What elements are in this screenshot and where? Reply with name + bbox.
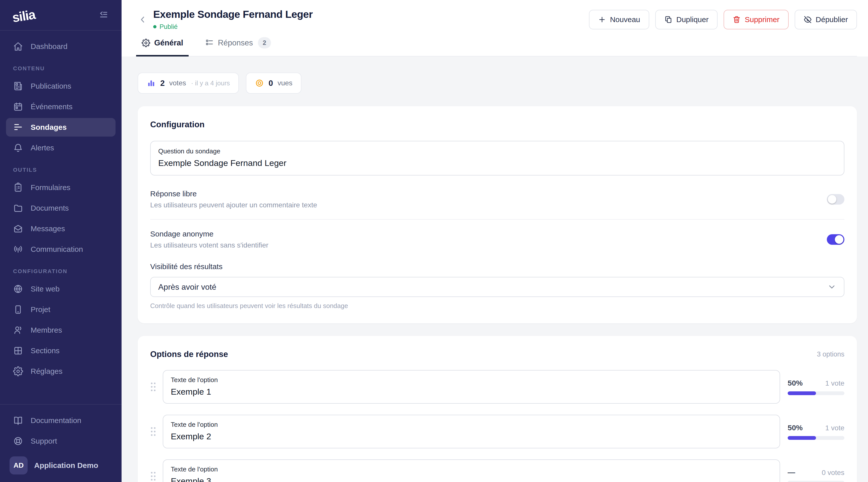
book-icon	[13, 415, 23, 425]
views-label: vues	[278, 79, 292, 87]
eye-off-icon	[804, 15, 812, 24]
configuration-card: Configuration Question du sondage Exempl…	[137, 106, 857, 323]
option-percent: 50%	[787, 423, 803, 432]
broadcast-icon	[13, 244, 23, 254]
progress-bar	[787, 436, 844, 440]
page-title: Exemple Sondage Fernand Leger	[153, 8, 313, 20]
option-stats: 50% 1 vote	[787, 379, 844, 395]
views-count: 0	[269, 78, 273, 88]
newspaper-icon	[13, 81, 23, 91]
option-text-field[interactable]: Texte de l'option Exemple 3	[163, 459, 780, 482]
sidebar-item-label: Sondages	[31, 123, 67, 132]
delete-button[interactable]: Supprimer	[723, 10, 788, 29]
sidebar-item-label: Documentation	[31, 416, 82, 425]
status-label: Publié	[159, 23, 178, 31]
options-count: 3 options	[817, 350, 844, 358]
sidebar-item-support[interactable]: Support	[6, 432, 116, 450]
duplicate-button-label: Dupliquer	[676, 15, 709, 24]
sidebar-item-label: Communication	[31, 245, 83, 254]
unpublish-button-label: Dépublier	[816, 15, 848, 24]
sidebar-item-formulaires[interactable]: Formulaires	[6, 178, 116, 197]
anonymous-toggle[interactable]	[827, 234, 844, 245]
option-votes: 1 vote	[825, 379, 844, 387]
visibility-label: Visibilité des résultats	[150, 262, 844, 271]
votes-label: votes	[169, 79, 186, 87]
status-badge: Publié	[153, 23, 313, 31]
option-row-1: Texte de l'option Exemple 1 50% 1 vote	[150, 370, 844, 404]
sidebar-item-publications[interactable]: Publications	[6, 77, 116, 95]
sidebar-item-documentation[interactable]: Documentation	[6, 411, 116, 430]
sidebar-item-evenements[interactable]: Événements	[6, 97, 116, 116]
sidebar-item-messages[interactable]: Messages	[6, 219, 116, 238]
option-field-label: Texte de l'option	[171, 465, 772, 473]
sidebar-item-label: Réglages	[31, 367, 63, 376]
sidebar-item-label: Publications	[31, 82, 71, 90]
divider	[150, 219, 844, 220]
options-card: Options de réponse 3 options Texte de l'…	[137, 336, 857, 482]
page-content: 2 votes · il y a 4 jours 0 vues Configur…	[122, 57, 868, 482]
votes-count: 2	[160, 78, 165, 88]
sidebar-item-reglages[interactable]: Réglages	[6, 362, 116, 381]
toggle-knob	[828, 195, 836, 203]
sidebar-item-projet[interactable]: Projet	[6, 300, 116, 319]
duplicate-button[interactable]: Dupliquer	[655, 10, 718, 29]
user-profile[interactable]: AD Application Demo	[6, 453, 116, 475]
tab-reponses-badge: 2	[258, 37, 271, 49]
sidebar-item-sections[interactable]: Sections	[6, 342, 116, 360]
anonymous-label: Sondage anonyme	[150, 230, 269, 238]
tab-general-label: Général	[154, 38, 183, 47]
back-button[interactable]	[135, 12, 150, 27]
tab-reponses-label: Réponses	[218, 38, 253, 47]
new-button[interactable]: Nouveau	[589, 10, 649, 29]
copy-icon	[664, 15, 672, 24]
device-icon	[13, 304, 23, 315]
option-votes: 0 votes	[822, 469, 844, 477]
sidebar-nav: Dashboard CONTENU Publications Événement…	[0, 31, 122, 404]
poll-icon	[13, 122, 23, 132]
drag-handle-icon[interactable]	[150, 382, 156, 392]
sidebar-item-sondages[interactable]: Sondages	[6, 118, 116, 136]
sidebar-section-outils: OUTILS	[13, 167, 108, 173]
calendar-icon	[13, 102, 23, 112]
option-text-field[interactable]: Texte de l'option Exemple 1	[163, 370, 780, 404]
sidebar-item-label: Événements	[31, 102, 72, 111]
drag-handle-icon[interactable]	[150, 426, 156, 437]
chevron-down-icon	[827, 282, 836, 291]
sidebar-item-label: Messages	[31, 224, 65, 233]
option-stats: — 0 votes	[787, 468, 844, 482]
sidebar-item-label: Site web	[31, 285, 60, 293]
free-response-description: Les utilisateurs peuvent ajouter un comm…	[150, 201, 317, 209]
drag-handle-icon[interactable]	[150, 471, 156, 481]
lifebuoy-icon	[13, 436, 23, 446]
option-field-value: Exemple 1	[171, 387, 772, 397]
free-response-label: Réponse libre	[150, 190, 317, 198]
tab-general[interactable]: Général	[136, 37, 189, 57]
option-percent: —	[787, 468, 795, 477]
sidebar-item-site-web[interactable]: Site web	[6, 280, 116, 298]
collapse-sidebar-icon[interactable]	[98, 10, 108, 20]
option-text-field[interactable]: Texte de l'option Exemple 2	[163, 415, 780, 448]
status-dot-icon	[153, 25, 156, 28]
sidebar-item-alertes[interactable]: Alertes	[6, 138, 116, 157]
sidebar-item-dashboard[interactable]: Dashboard	[6, 37, 116, 56]
tab-reponses[interactable]: Réponses 2	[200, 37, 277, 57]
plus-icon	[598, 15, 606, 24]
question-field[interactable]: Question du sondage Exemple Sondage Fern…	[150, 141, 844, 175]
visibility-select[interactable]: Après avoir voté	[150, 277, 844, 297]
gear-icon	[142, 39, 150, 47]
sidebar-item-membres[interactable]: Membres	[6, 321, 116, 340]
option-percent: 50%	[787, 379, 803, 387]
sidebar-item-communication[interactable]: Communication	[6, 240, 116, 259]
clipboard-icon	[13, 183, 23, 193]
views-chip: 0 vues	[246, 72, 301, 94]
option-field-value: Exemple 2	[171, 431, 772, 441]
bar-chart-icon	[147, 78, 156, 88]
sidebar-item-documents[interactable]: Documents	[6, 199, 116, 217]
sidebar-item-label: Formulaires	[31, 183, 70, 192]
sidebar-item-label: Sections	[31, 347, 60, 355]
free-response-toggle[interactable]	[827, 194, 844, 204]
sidebar-item-label: Support	[31, 437, 57, 445]
option-row-3: Texte de l'option Exemple 3 — 0 votes	[150, 459, 844, 482]
unpublish-button[interactable]: Dépublier	[795, 10, 857, 29]
avatar: AD	[9, 456, 28, 475]
